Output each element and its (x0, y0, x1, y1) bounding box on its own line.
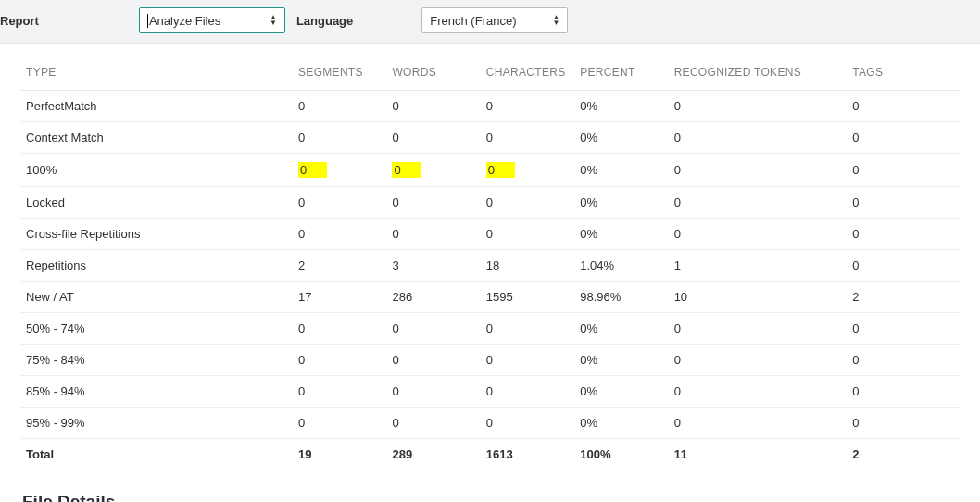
th-type: TYPE (20, 56, 293, 91)
report-label: Report (0, 14, 39, 28)
cell-segments: 0 (293, 122, 386, 154)
cell-segments: 0 (293, 187, 386, 219)
cell-words: 0 (386, 376, 480, 408)
cell-segments: 0 (293, 345, 386, 376)
cell-percent: 0% (574, 345, 668, 376)
cell-segments: 0 (293, 219, 386, 250)
cell-words: 286 (386, 282, 480, 313)
language-select-value: French (France) (430, 14, 516, 28)
cell-percent: 0% (574, 154, 668, 187)
report-select-value: Analyze Files (149, 14, 220, 28)
total-cell-type: Total (20, 439, 293, 471)
cell-words: 0 (386, 154, 480, 187)
cell-tags: 0 (847, 376, 960, 408)
cell-tokens: 0 (669, 122, 848, 154)
cell-type: 85% - 94% (20, 376, 293, 408)
analysis-table: TYPE SEGMENTS WORDS CHARACTERS PERCENT R… (20, 56, 960, 470)
cell-tokens: 0 (669, 219, 848, 250)
cell-tokens: 0 (669, 345, 848, 376)
table-row: New / AT17286159598.96%102 (20, 282, 960, 313)
cell-words: 0 (386, 219, 480, 250)
cell-characters: 0 (481, 408, 574, 439)
cell-tokens: 1 (669, 250, 848, 282)
cell-percent: 0% (574, 408, 668, 439)
cell-words: 0 (386, 313, 480, 345)
cell-type: New / AT (20, 282, 293, 313)
cell-segments: 0 (293, 91, 386, 122)
th-tags: TAGS (847, 56, 960, 91)
cell-type: Cross-file Repetitions (20, 219, 293, 250)
cell-type: Locked (20, 187, 293, 219)
cell-type: 100% (20, 154, 293, 187)
table-row: 75% - 84%0000%00 (20, 345, 960, 376)
total-cell-percent: 100% (574, 439, 668, 471)
th-characters: CHARACTERS (481, 56, 574, 91)
cell-words: 0 (386, 408, 480, 439)
th-segments: SEGMENTS (293, 56, 386, 91)
th-tokens: RECOGNIZED TOKENS (669, 56, 848, 91)
cell-characters: 1595 (481, 282, 574, 313)
cell-tokens: 10 (669, 282, 848, 313)
language-label: Language (296, 14, 353, 28)
th-words: WORDS (386, 56, 480, 91)
cell-tags: 0 (847, 187, 960, 219)
file-details-heading: File Details (22, 492, 960, 502)
total-cell-characters: 1613 (481, 439, 574, 471)
cell-type: 75% - 84% (20, 345, 293, 376)
cell-segments: 0 (293, 154, 386, 187)
table-total-row: Total192891613100%112 (20, 439, 960, 471)
cell-segments: 0 (293, 313, 386, 345)
highlight: 0 (486, 162, 515, 178)
cell-characters: 0 (481, 91, 574, 122)
cell-percent: 0% (574, 376, 668, 408)
cell-characters: 0 (481, 313, 574, 345)
cell-tokens: 0 (669, 408, 848, 439)
cell-characters: 0 (481, 187, 574, 219)
cell-characters: 18 (481, 250, 574, 282)
cell-segments: 17 (293, 282, 386, 313)
cell-type: 50% - 74% (20, 313, 293, 345)
cell-type: PerfectMatch (20, 91, 293, 122)
cell-words: 0 (386, 187, 480, 219)
cell-percent: 0% (574, 219, 668, 250)
cell-tokens: 0 (669, 187, 848, 219)
cell-tags: 0 (847, 250, 960, 282)
cell-tags: 0 (847, 122, 960, 154)
cell-segments: 0 (293, 376, 386, 408)
cell-tags: 0 (847, 345, 960, 376)
cell-percent: 0% (574, 91, 668, 122)
report-select[interactable]: Analyze Files ▲▼ (139, 7, 285, 33)
highlight: 0 (298, 162, 327, 178)
cell-type: Repetitions (20, 250, 293, 282)
cell-percent: 98.96% (574, 282, 668, 313)
cell-percent: 0% (574, 122, 668, 154)
cell-tokens: 0 (669, 154, 848, 187)
total-cell-words: 289 (386, 439, 480, 471)
table-row: Context Match0000%00 (20, 122, 960, 154)
total-cell-segments: 19 (293, 439, 386, 471)
text-cursor (147, 14, 148, 28)
highlight: 0 (392, 162, 421, 178)
table-row: 85% - 94%0000%00 (20, 376, 960, 408)
cell-characters: 0 (481, 219, 574, 250)
cell-tags: 0 (847, 408, 960, 439)
cell-tags: 0 (847, 91, 960, 122)
cell-tokens: 0 (669, 313, 848, 345)
cell-characters: 0 (481, 345, 574, 376)
cell-characters: 0 (481, 122, 574, 154)
cell-tags: 2 (847, 282, 960, 313)
table-row: 95% - 99%0000%00 (20, 408, 960, 439)
cell-tags: 0 (847, 313, 960, 345)
table-row: 100%0000%00 (20, 154, 960, 187)
cell-segments: 2 (293, 250, 386, 282)
th-percent: PERCENT (574, 56, 668, 91)
toolbar: Report Analyze Files ▲▼ Language French … (0, 0, 980, 44)
cell-type: 95% - 99% (20, 408, 293, 439)
cell-words: 3 (386, 250, 480, 282)
cell-segments: 0 (293, 408, 386, 439)
cell-words: 0 (386, 345, 480, 376)
cell-characters: 0 (481, 154, 574, 187)
table-row: Repetitions23181.04%10 (20, 250, 960, 282)
language-select[interactable]: French (France) ▲▼ (421, 7, 568, 33)
cell-words: 0 (386, 122, 480, 154)
